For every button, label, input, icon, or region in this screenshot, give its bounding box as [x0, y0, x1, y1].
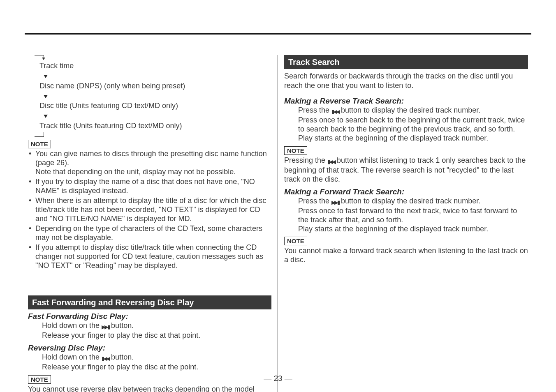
- sub-heading: Making a Forward Track Search:: [284, 187, 528, 196]
- instruction: Press the button to display the desired …: [284, 197, 528, 234]
- arrow-down-icon: [44, 115, 48, 118]
- flow-item: Track time: [39, 61, 271, 71]
- note-label: NOTE: [28, 140, 51, 148]
- note-label: NOTE: [284, 237, 307, 245]
- page-number: — 23 —: [0, 374, 556, 383]
- flow-item: Track title (Units featuring CD text/MD …: [39, 121, 271, 131]
- note-paragraph: You cannot make a forward track search w…: [284, 247, 528, 265]
- arrow-down-icon: [44, 75, 48, 78]
- display-flow-diagram: Track time Disc name (DNPS) (only when b…: [39, 55, 271, 136]
- section-heading-ff: Fast Forwarding and Reversing Disc Play: [28, 295, 271, 309]
- sub-heading: Making a Reverse Track Search:: [284, 97, 528, 106]
- sub-heading: Reversing Disc Play:: [28, 344, 271, 353]
- note-item: When there is an attempt to display the …: [28, 196, 271, 224]
- right-column: Track Search Search forwards or backward…: [278, 55, 531, 392]
- arrow-down-icon: [44, 95, 48, 98]
- note-label: NOTE: [284, 146, 307, 155]
- section-heading-track-search: Track Search: [284, 55, 528, 69]
- horizontal-rule: [25, 33, 531, 35]
- prev-track-icon: [327, 157, 335, 166]
- instruction: Press the button to display the desired …: [284, 106, 528, 143]
- sub-heading: Fast Forwarding Disc Play:: [28, 312, 271, 321]
- note-item: You can give names to discs through the …: [28, 150, 271, 177]
- prev-track-icon: [102, 354, 109, 363]
- note-text: Note that depending on the unit, display…: [35, 168, 236, 176]
- note-list: You can give names to discs through the …: [28, 150, 271, 270]
- instruction: Hold down on the button. Release your fi…: [28, 321, 271, 340]
- flow-item: Disc name (DNPS) (only when being preset…: [39, 81, 271, 91]
- note-text: You can give names to discs through the …: [35, 150, 267, 167]
- note-paragraph: You cannot use reverse play between trac…: [28, 385, 271, 392]
- instruction: Hold down on the button. Release your fi…: [28, 353, 271, 372]
- next-track-icon: [102, 322, 109, 331]
- note-item: If you try to display the name of a disc…: [28, 178, 271, 196]
- note-item: If you attempt to display disc title/tra…: [28, 243, 271, 270]
- left-column: Track time Disc name (DNPS) (only when b…: [25, 55, 278, 392]
- flow-item: Disc title (Units featuring CD text/MD o…: [39, 101, 271, 111]
- note-item: Depending on the type of characters of t…: [28, 224, 271, 242]
- intro-text: Search forwards or backwards through the…: [284, 71, 528, 90]
- note-paragraph: Pressing the button whilst listening to …: [284, 156, 528, 184]
- prev-track-icon: [331, 107, 339, 116]
- next-track-icon: [331, 198, 339, 207]
